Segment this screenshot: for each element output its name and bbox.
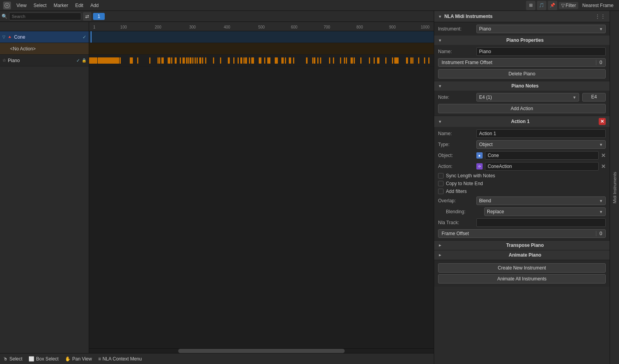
midi-note-bar bbox=[132, 57, 133, 64]
swap-btn[interactable]: ⇄ bbox=[83, 12, 91, 21]
piano-notes-title: Piano Notes bbox=[444, 83, 606, 89]
h-scrollbar-thumb[interactable] bbox=[178, 349, 345, 353]
transpose-piano-section: ▼ Transpose Piano bbox=[434, 241, 610, 250]
midi-note-bar bbox=[246, 57, 247, 64]
copy-to-note-label: Copy to Note End bbox=[446, 181, 483, 186]
screen-icon-btn[interactable]: ⊞ bbox=[526, 1, 535, 10]
frame-offset-value: 0 bbox=[596, 60, 605, 65]
cone-track-check[interactable]: ✓ bbox=[82, 34, 86, 40]
panel-collapse-arrow[interactable]: ▼ bbox=[438, 14, 442, 19]
instrument-row: Instrument: Piano ▼ bbox=[438, 25, 606, 33]
menu-edit[interactable]: Edit bbox=[72, 2, 87, 9]
midi-note-bar bbox=[424, 57, 425, 64]
track-lanes[interactable] bbox=[89, 31, 434, 348]
ruler[interactable]: 1 100 200 300 400 500 600 700 800 900 10… bbox=[89, 22, 434, 31]
lane-cone[interactable] bbox=[89, 31, 434, 43]
copy-to-note-checkbox[interactable] bbox=[438, 181, 444, 186]
midi-note-bar bbox=[238, 57, 239, 64]
bottom-buttons-section: Create New Instrument Animate All Instru… bbox=[434, 260, 610, 287]
bottom-nla-context[interactable]: ≡ NLA Context Menu bbox=[98, 356, 142, 362]
pin-btn[interactable]: 📌 bbox=[548, 1, 557, 10]
note-value: E4 (1) bbox=[479, 95, 492, 100]
box-select-icon: ⬜ bbox=[29, 356, 34, 362]
action1-section: ▼ Action 1 ✕ Name: Type: Object ▼ bbox=[434, 116, 610, 241]
bottom-select[interactable]: 🖱 Select bbox=[3, 356, 22, 362]
search-input[interactable] bbox=[9, 12, 81, 20]
track-item-cone[interactable]: ▽ 🔺 Cone ✓ bbox=[0, 31, 89, 43]
midi-note-bar bbox=[312, 57, 313, 64]
bottom-box-select[interactable]: ⬜ Box Select bbox=[29, 356, 58, 362]
track-item-no-action[interactable]: <No Action> bbox=[0, 43, 89, 55]
action1-name-input[interactable] bbox=[476, 129, 606, 138]
app-logo[interactable] bbox=[3, 2, 11, 9]
action1-action-value[interactable]: ConeAction bbox=[485, 162, 599, 171]
note-dropdown[interactable]: E4 (1) ▼ bbox=[476, 93, 579, 102]
delete-piano-btn[interactable]: Delete Piano bbox=[438, 69, 606, 79]
menu-select[interactable]: Select bbox=[30, 2, 50, 9]
note-value2[interactable]: E4 bbox=[582, 93, 606, 102]
midi-note-bar bbox=[290, 57, 291, 64]
midi-note-bar bbox=[397, 57, 399, 64]
animate-all-instruments-btn[interactable]: Animate All Instruments bbox=[438, 274, 606, 284]
instrument-dropdown[interactable]: Piano ▼ bbox=[476, 25, 606, 33]
lane-no-action[interactable] bbox=[89, 43, 434, 55]
h-scrollbar[interactable] bbox=[89, 348, 434, 353]
panel-options-btn[interactable]: ⋮⋮ bbox=[595, 13, 606, 20]
midi-note-bar bbox=[114, 57, 115, 64]
piano-track-check[interactable]: ✓ bbox=[76, 58, 80, 63]
blending-dropdown[interactable]: Replace ▼ bbox=[484, 207, 606, 216]
midi-note-bar bbox=[329, 57, 330, 64]
midi-note-bar bbox=[293, 57, 294, 64]
lane-piano[interactable] bbox=[89, 55, 434, 66]
midi-note-bar bbox=[320, 57, 321, 64]
ruler-mark-200: 200 bbox=[155, 25, 161, 29]
editor-type-btn[interactable]: 🎵 bbox=[537, 1, 546, 10]
add-action-btn[interactable]: Add Action bbox=[438, 104, 606, 113]
action1-header[interactable]: ▼ Action 1 ✕ bbox=[434, 116, 610, 127]
midi-note-bar bbox=[285, 57, 286, 64]
midi-instruments-tab[interactable]: Midi Instruments bbox=[610, 11, 619, 364]
nla-track-input[interactable] bbox=[476, 218, 606, 227]
midi-note-bar bbox=[180, 57, 181, 64]
action1-object-value[interactable]: Cone bbox=[485, 151, 599, 160]
midi-note-bar bbox=[392, 57, 393, 64]
track-item-piano[interactable]: ☆ Piano ✓ 🔒 bbox=[0, 55, 89, 66]
midi-instruments-tab-label: Midi Instruments bbox=[612, 169, 617, 207]
action-frame-offset-row[interactable]: Frame Offset 0 bbox=[438, 229, 606, 238]
object-clear-icon[interactable]: ✕ bbox=[601, 152, 606, 159]
piano-notes-collapse-icon: ▼ bbox=[438, 84, 442, 88]
midi-note-bar bbox=[202, 57, 203, 64]
midi-note-bar bbox=[188, 57, 189, 64]
sync-length-checkbox[interactable] bbox=[438, 173, 444, 178]
piano-name-row: Name: bbox=[438, 47, 606, 56]
piano-track-lock[interactable]: 🔒 bbox=[82, 58, 86, 62]
pan-icon: ✋ bbox=[65, 356, 71, 362]
midi-note-bar bbox=[378, 57, 379, 64]
frame-offset-row[interactable]: Instrument Frame Offset 0 bbox=[438, 58, 606, 67]
menu-view[interactable]: View bbox=[13, 2, 30, 9]
action1-type-dropdown[interactable]: Object ▼ bbox=[476, 140, 606, 149]
blending-label: Blending: bbox=[446, 209, 481, 214]
action1-close-btn[interactable]: ✕ bbox=[599, 118, 606, 125]
bottom-pan-view[interactable]: ✋ Pan View bbox=[65, 356, 92, 362]
filter-btn[interactable]: ▽ Filter bbox=[559, 2, 578, 9]
overlap-dropdown[interactable]: Blend ▼ bbox=[476, 196, 606, 205]
bottom-bar: 🖱 Select ⬜ Box Select ✋ Pan View ≡ NLA C… bbox=[0, 353, 434, 364]
piano-notes-header[interactable]: ▼ Piano Notes bbox=[434, 81, 610, 91]
piano-properties-header[interactable]: ▼ Piano Properties bbox=[434, 36, 610, 45]
menu-marker[interactable]: Marker bbox=[50, 2, 71, 9]
menu-add[interactable]: Add bbox=[87, 2, 102, 9]
blending-value: Replace bbox=[487, 209, 504, 214]
nearest-frame-label: Nearest Frame bbox=[580, 3, 616, 8]
animate-piano-header[interactable]: ▼ Animate Piano bbox=[434, 250, 610, 260]
current-frame[interactable]: 1 bbox=[93, 13, 105, 20]
ruler-mark-800: 800 bbox=[356, 25, 363, 29]
midi-note-bar bbox=[354, 57, 355, 64]
ruler-mark-300: 300 bbox=[189, 25, 196, 29]
create-new-instrument-btn[interactable]: Create New Instrument bbox=[438, 263, 606, 273]
add-filters-checkbox[interactable] bbox=[438, 189, 444, 194]
add-filters-row: Add filters bbox=[438, 189, 606, 194]
piano-name-input[interactable] bbox=[476, 47, 606, 56]
action-clear-icon[interactable]: ✕ bbox=[601, 163, 606, 170]
transpose-piano-header[interactable]: ▼ Transpose Piano bbox=[434, 241, 610, 250]
